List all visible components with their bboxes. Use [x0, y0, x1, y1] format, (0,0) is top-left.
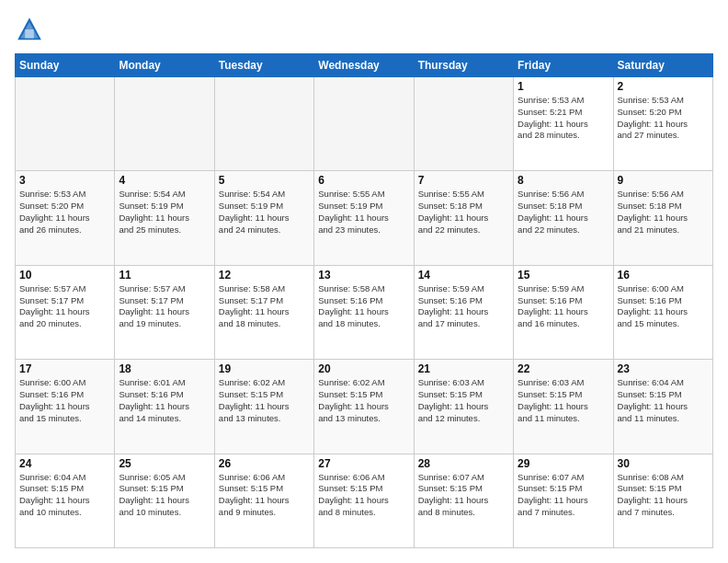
- calendar-cell: 12Sunrise: 5:58 AM Sunset: 5:17 PM Dayli…: [214, 265, 313, 359]
- day-number: 18: [119, 362, 210, 375]
- day-number: 6: [318, 174, 409, 187]
- calendar-cell: 22Sunrise: 6:03 AM Sunset: 5:15 PM Dayli…: [514, 360, 613, 454]
- day-info: Sunrise: 5:53 AM Sunset: 5:20 PM Dayligh…: [618, 95, 709, 142]
- calendar-cell: 8Sunrise: 5:56 AM Sunset: 5:18 PM Daylig…: [514, 171, 613, 265]
- day-info: Sunrise: 6:02 AM Sunset: 5:15 PM Dayligh…: [219, 377, 310, 424]
- day-number: 28: [418, 457, 509, 470]
- day-number: 10: [19, 269, 110, 282]
- calendar-cell: [314, 77, 414, 171]
- week-row-2: 3Sunrise: 5:53 AM Sunset: 5:20 PM Daylig…: [16, 171, 713, 265]
- day-number: 8: [518, 174, 609, 187]
- day-info: Sunrise: 6:06 AM Sunset: 5:15 PM Dayligh…: [318, 472, 409, 519]
- calendar-cell: 3Sunrise: 5:53 AM Sunset: 5:20 PM Daylig…: [16, 171, 115, 265]
- calendar-cell: 21Sunrise: 6:03 AM Sunset: 5:15 PM Dayli…: [414, 360, 513, 454]
- weekday-header-saturday: Saturday: [613, 54, 712, 77]
- week-row-4: 17Sunrise: 6:00 AM Sunset: 5:16 PM Dayli…: [16, 360, 713, 454]
- day-number: 27: [318, 457, 409, 470]
- day-info: Sunrise: 5:54 AM Sunset: 5:19 PM Dayligh…: [119, 189, 210, 236]
- day-number: 5: [219, 174, 310, 187]
- day-number: 4: [119, 174, 210, 187]
- day-info: Sunrise: 5:57 AM Sunset: 5:17 PM Dayligh…: [19, 283, 110, 330]
- day-number: 12: [219, 269, 310, 282]
- calendar-cell: 29Sunrise: 6:07 AM Sunset: 5:15 PM Dayli…: [514, 454, 613, 547]
- header: [15, 15, 713, 44]
- day-info: Sunrise: 6:00 AM Sunset: 5:16 PM Dayligh…: [618, 283, 709, 330]
- calendar-cell: [414, 77, 513, 171]
- calendar-cell: 17Sunrise: 6:00 AM Sunset: 5:16 PM Dayli…: [16, 360, 115, 454]
- calendar-cell: 9Sunrise: 5:56 AM Sunset: 5:18 PM Daylig…: [613, 171, 712, 265]
- weekday-header-wednesday: Wednesday: [314, 54, 414, 77]
- day-info: Sunrise: 5:56 AM Sunset: 5:18 PM Dayligh…: [618, 189, 709, 236]
- day-info: Sunrise: 5:53 AM Sunset: 5:20 PM Dayligh…: [19, 189, 110, 236]
- calendar-cell: 4Sunrise: 5:54 AM Sunset: 5:19 PM Daylig…: [115, 171, 214, 265]
- day-number: 25: [119, 457, 210, 470]
- calendar-table: SundayMondayTuesdayWednesdayThursdayFrid…: [15, 53, 713, 548]
- day-info: Sunrise: 6:00 AM Sunset: 5:16 PM Dayligh…: [19, 377, 110, 424]
- day-info: Sunrise: 5:55 AM Sunset: 5:19 PM Dayligh…: [318, 189, 409, 236]
- day-info: Sunrise: 5:57 AM Sunset: 5:17 PM Dayligh…: [119, 283, 210, 330]
- day-number: 21: [418, 362, 509, 375]
- calendar-cell: 15Sunrise: 5:59 AM Sunset: 5:16 PM Dayli…: [514, 265, 613, 359]
- calendar-cell: 26Sunrise: 6:06 AM Sunset: 5:15 PM Dayli…: [214, 454, 313, 547]
- day-info: Sunrise: 6:08 AM Sunset: 5:15 PM Dayligh…: [618, 472, 709, 519]
- calendar-cell: 30Sunrise: 6:08 AM Sunset: 5:15 PM Dayli…: [613, 454, 712, 547]
- day-number: 13: [318, 269, 409, 282]
- logo: [15, 15, 48, 44]
- day-number: 7: [418, 174, 509, 187]
- calendar-cell: [115, 77, 214, 171]
- week-row-5: 24Sunrise: 6:04 AM Sunset: 5:15 PM Dayli…: [16, 454, 713, 547]
- day-info: Sunrise: 6:07 AM Sunset: 5:15 PM Dayligh…: [418, 472, 509, 519]
- calendar-cell: 7Sunrise: 5:55 AM Sunset: 5:18 PM Daylig…: [414, 171, 513, 265]
- calendar-cell: 10Sunrise: 5:57 AM Sunset: 5:17 PM Dayli…: [16, 265, 115, 359]
- week-row-1: 1Sunrise: 5:53 AM Sunset: 5:21 PM Daylig…: [16, 77, 713, 171]
- day-number: 19: [219, 362, 310, 375]
- logo-icon: [15, 15, 44, 44]
- day-info: Sunrise: 6:06 AM Sunset: 5:15 PM Dayligh…: [219, 472, 310, 519]
- calendar-cell: 16Sunrise: 6:00 AM Sunset: 5:16 PM Dayli…: [613, 265, 712, 359]
- weekday-header-row: SundayMondayTuesdayWednesdayThursdayFrid…: [16, 54, 713, 77]
- weekday-header-friday: Friday: [514, 54, 613, 77]
- day-info: Sunrise: 5:59 AM Sunset: 5:16 PM Dayligh…: [518, 283, 609, 330]
- calendar-cell: 18Sunrise: 6:01 AM Sunset: 5:16 PM Dayli…: [115, 360, 214, 454]
- day-info: Sunrise: 5:53 AM Sunset: 5:21 PM Dayligh…: [518, 95, 609, 142]
- calendar-cell: [16, 77, 115, 171]
- day-number: 23: [618, 362, 709, 375]
- day-info: Sunrise: 6:03 AM Sunset: 5:15 PM Dayligh…: [518, 377, 609, 424]
- day-number: 17: [19, 362, 110, 375]
- calendar-cell: 1Sunrise: 5:53 AM Sunset: 5:21 PM Daylig…: [514, 77, 613, 171]
- day-info: Sunrise: 6:04 AM Sunset: 5:15 PM Dayligh…: [618, 377, 709, 424]
- day-number: 11: [119, 269, 210, 282]
- day-number: 16: [618, 269, 709, 282]
- calendar-cell: 27Sunrise: 6:06 AM Sunset: 5:15 PM Dayli…: [314, 454, 414, 547]
- day-info: Sunrise: 6:05 AM Sunset: 5:15 PM Dayligh…: [119, 472, 210, 519]
- day-number: 9: [618, 174, 709, 187]
- calendar-cell: 5Sunrise: 5:54 AM Sunset: 5:19 PM Daylig…: [214, 171, 313, 265]
- day-info: Sunrise: 6:02 AM Sunset: 5:15 PM Dayligh…: [318, 377, 409, 424]
- day-info: Sunrise: 5:54 AM Sunset: 5:19 PM Dayligh…: [219, 189, 310, 236]
- weekday-header-tuesday: Tuesday: [214, 54, 313, 77]
- day-info: Sunrise: 6:03 AM Sunset: 5:15 PM Dayligh…: [418, 377, 509, 424]
- calendar-cell: 11Sunrise: 5:57 AM Sunset: 5:17 PM Dayli…: [115, 265, 214, 359]
- day-number: 26: [219, 457, 310, 470]
- day-info: Sunrise: 5:58 AM Sunset: 5:17 PM Dayligh…: [219, 283, 310, 330]
- day-info: Sunrise: 6:04 AM Sunset: 5:15 PM Dayligh…: [19, 472, 110, 519]
- svg-rect-2: [25, 29, 34, 39]
- day-number: 30: [618, 457, 709, 470]
- weekday-header-sunday: Sunday: [16, 54, 115, 77]
- day-number: 3: [19, 174, 110, 187]
- day-number: 2: [618, 80, 709, 93]
- day-number: 15: [518, 269, 609, 282]
- calendar-cell: 24Sunrise: 6:04 AM Sunset: 5:15 PM Dayli…: [16, 454, 115, 547]
- calendar-cell: 23Sunrise: 6:04 AM Sunset: 5:15 PM Dayli…: [613, 360, 712, 454]
- day-number: 22: [518, 362, 609, 375]
- calendar-cell: 6Sunrise: 5:55 AM Sunset: 5:19 PM Daylig…: [314, 171, 414, 265]
- calendar-cell: 14Sunrise: 5:59 AM Sunset: 5:16 PM Dayli…: [414, 265, 513, 359]
- week-row-3: 10Sunrise: 5:57 AM Sunset: 5:17 PM Dayli…: [16, 265, 713, 359]
- calendar-cell: 28Sunrise: 6:07 AM Sunset: 5:15 PM Dayli…: [414, 454, 513, 547]
- weekday-header-monday: Monday: [115, 54, 214, 77]
- day-number: 14: [418, 269, 509, 282]
- day-info: Sunrise: 6:07 AM Sunset: 5:15 PM Dayligh…: [518, 472, 609, 519]
- calendar-cell: 13Sunrise: 5:58 AM Sunset: 5:16 PM Dayli…: [314, 265, 414, 359]
- weekday-header-thursday: Thursday: [414, 54, 513, 77]
- day-info: Sunrise: 6:01 AM Sunset: 5:16 PM Dayligh…: [119, 377, 210, 424]
